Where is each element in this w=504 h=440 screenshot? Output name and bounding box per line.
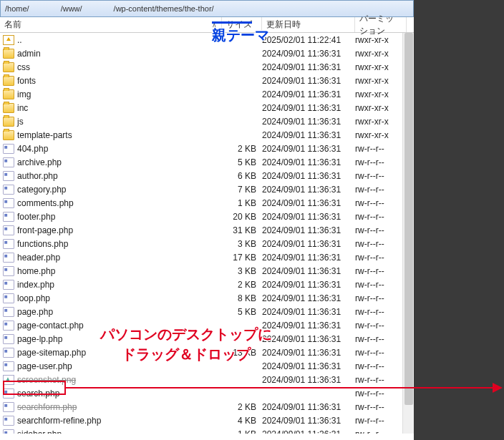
file-row[interactable]: searchform-refine.php4 KB2024/09/01 11:3… — [0, 414, 414, 427]
php-icon — [3, 361, 14, 371]
file-perm: rw-r--r-- — [355, 280, 407, 290]
file-row[interactable]: footer.php20 KB2024/09/01 11:36:31rw-r--… — [0, 210, 414, 223]
file-date: 2024/09/01 11:36:31 — [262, 212, 355, 222]
php-icon — [3, 334, 14, 344]
file-date: 2024/09/01 11:36:31 — [262, 185, 355, 195]
php-icon — [3, 185, 14, 195]
header-perm[interactable]: パーミッション — [355, 17, 407, 32]
file-name: index.php — [17, 280, 54, 290]
file-perm: rw-r--r-- — [355, 239, 407, 249]
file-row[interactable]: front-page.php31 KB2024/09/01 11:36:31rw… — [0, 223, 414, 237]
file-perm: rwxr-xr-x — [355, 76, 407, 86]
php-icon — [3, 388, 14, 399]
file-date: 2024/09/01 11:36:31 — [262, 103, 355, 113]
file-list[interactable]: ..2025/02/01 11:22:41rwxr-xr-xadmin2024/… — [0, 33, 414, 434]
file-perm: rw-r--r-- — [355, 225, 407, 235]
file-row[interactable]: header.php17 KB2024/09/01 11:36:31rw-r--… — [0, 250, 414, 264]
php-icon — [3, 293, 14, 303]
header-name-label: 名前 — [4, 19, 21, 31]
file-size: 13 KB — [222, 348, 262, 358]
file-row[interactable]: 404.php2 KB2024/09/01 11:36:31rw-r--r-- — [0, 142, 414, 155]
header-name[interactable]: 名前 ∧ — [0, 17, 222, 32]
file-row[interactable]: comments.php1 KB2024/09/01 11:36:31rw-r-… — [0, 196, 414, 210]
file-perm: rw-r--r-- — [355, 321, 407, 331]
php-icon — [3, 212, 14, 222]
up-icon — [3, 35, 14, 45]
file-perm: rw-r--r-- — [355, 212, 407, 222]
file-row[interactable]: home.php3 KB2024/09/01 11:36:31rw-r--r-- — [0, 264, 414, 278]
php-icon — [3, 225, 14, 235]
file-date: 2024/09/01 11:36:31 — [262, 76, 355, 86]
scrollbar[interactable] — [402, 33, 414, 434]
file-name: .. — [17, 35, 22, 45]
file-row[interactable]: inc2024/09/01 11:36:31rwxr-xr-x — [0, 101, 414, 114]
file-size: 3 KB — [222, 266, 262, 276]
file-row[interactable]: author.php6 KB2024/09/01 11:36:31rw-r--r… — [0, 169, 414, 182]
file-perm: rw-r--r-- — [355, 307, 407, 317]
file-name: comments.php — [17, 198, 74, 208]
file-row[interactable]: template-parts2024/09/01 11:36:31rwxr-xr… — [0, 128, 414, 142]
file-size: 17 KB — [222, 253, 262, 263]
sort-arrow-icon: ∧ — [212, 21, 217, 29]
file-row[interactable]: js2024/09/01 11:36:31rwxr-xr-x — [0, 114, 414, 128]
file-row[interactable]: page.php5 KB2024/09/01 11:36:31rw-r--r-- — [0, 305, 414, 318]
file-perm: rw-r--r-- — [355, 198, 407, 208]
file-size: 1 KB — [222, 198, 262, 208]
file-row[interactable]: page-sitemap.php13 KB2024/09/01 11:36:31… — [0, 346, 414, 359]
file-row[interactable]: page-lp.php2024/09/01 11:36:31rw-r--r-- — [0, 332, 414, 346]
file-row[interactable]: archive.php5 KB2024/09/01 11:36:31rw-r--… — [0, 155, 414, 169]
file-row[interactable]: category.php7 KB2024/09/01 11:36:31rw-r-… — [0, 182, 414, 196]
file-row[interactable]: page-contact.php2024/09/01 11:36:31rw-r-… — [0, 318, 414, 332]
folder-icon — [3, 62, 14, 72]
file-name: page-user.php — [17, 361, 72, 371]
file-row[interactable]: search.phprw-r--r-- — [0, 386, 414, 400]
php-icon — [3, 307, 14, 317]
file-row[interactable]: css2024/09/01 11:36:31rwxr-xr-x — [0, 60, 414, 74]
scrollbar-thumb[interactable] — [404, 33, 413, 405]
php-icon — [3, 157, 14, 167]
file-perm: rw-r--r-- — [355, 429, 407, 434]
php-icon — [3, 416, 14, 426]
file-size: 2 KB — [222, 144, 262, 154]
file-row[interactable]: page-user.php2024/09/01 11:36:31rw-r--r-… — [0, 359, 414, 373]
file-name: inc — [17, 103, 28, 113]
file-perm: rw-r--r-- — [355, 266, 407, 276]
file-row[interactable]: fonts2024/09/01 11:36:31rwxr-xr-x — [0, 74, 414, 87]
file-perm: rw-r--r-- — [355, 361, 407, 371]
file-name: footer.php — [17, 212, 55, 222]
file-name: img — [17, 89, 31, 99]
file-date: 2024/09/01 11:36:31 — [262, 307, 355, 317]
file-size: 2 KB — [222, 280, 262, 290]
file-size: 3 KB — [222, 239, 262, 249]
folder-icon — [3, 103, 14, 113]
file-row[interactable]: screenshot.png2024/09/01 11:36:31rw-r--r… — [0, 373, 414, 386]
file-date: 2024/09/01 11:36:31 — [262, 62, 355, 72]
file-size: 7 KB — [222, 185, 262, 195]
file-row[interactable]: admin2024/09/01 11:36:31rwxr-xr-x — [0, 47, 414, 60]
file-name: searchform.php — [17, 402, 77, 412]
php-icon — [3, 144, 14, 154]
file-date: 2024/09/01 11:36:31 — [262, 416, 355, 426]
file-name: searchform-refine.php — [17, 416, 101, 426]
file-row[interactable]: functions.php3 KB2024/09/01 11:36:31rw-r… — [0, 237, 414, 250]
file-name: screenshot.png — [17, 375, 76, 385]
file-size: 5 KB — [222, 307, 262, 317]
header-size-label: サイズ — [226, 19, 252, 31]
file-row[interactable]: img2024/09/01 11:36:31rwxr-xr-x — [0, 87, 414, 101]
file-row[interactable]: sidebar.php1 KB2024/09/01 11:36:31rw-r--… — [0, 427, 414, 434]
file-perm: rw-r--r-- — [355, 402, 407, 412]
file-perm: rw-r--r-- — [355, 185, 407, 195]
file-date: 2024/09/01 11:36:31 — [262, 130, 355, 140]
folder-icon — [3, 117, 14, 127]
path-segment: /wp-content/themes/the-thor/ — [114, 4, 214, 13]
header-size[interactable]: サイズ — [222, 17, 262, 32]
header-date-label: 更新日時 — [266, 19, 301, 31]
php-icon — [3, 239, 14, 249]
file-row[interactable]: ..2025/02/01 11:22:41rwxr-xr-x — [0, 33, 414, 47]
file-row[interactable]: loop.php8 KB2024/09/01 11:36:31rw-r--r-- — [0, 291, 414, 305]
file-date: 2024/09/01 11:36:31 — [262, 429, 355, 434]
path-bar[interactable]: /home/ /www/ /wp-content/themes/the-thor… — [0, 0, 414, 17]
file-row[interactable]: searchform.php2 KB2024/09/01 11:36:31rw-… — [0, 400, 414, 414]
header-date[interactable]: 更新日時 — [262, 17, 355, 32]
file-row[interactable]: index.php2 KB2024/09/01 11:36:31rw-r--r-… — [0, 278, 414, 291]
